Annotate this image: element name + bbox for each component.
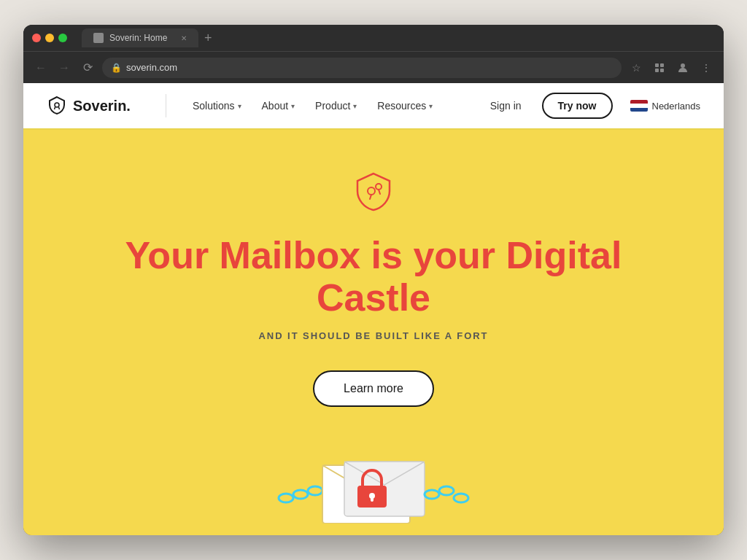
hero-section: Your Mailbox is your Digital Castle AND … — [23, 130, 724, 535]
nav-item-product[interactable]: Product ▾ — [306, 94, 365, 117]
hero-illustration — [38, 436, 709, 524]
new-tab-button[interactable]: + — [204, 31, 212, 46]
browser-tab[interactable]: Soverin: Home ✕ — [82, 28, 198, 47]
tab-close-icon[interactable]: ✕ — [181, 34, 187, 42]
svg-point-6 — [368, 187, 375, 195]
resources-chevron-icon: ▾ — [429, 102, 433, 110]
svg-point-4 — [681, 63, 685, 68]
svg-point-8 — [293, 490, 308, 499]
tab-favicon — [93, 33, 104, 43]
lock-icon: 🔒 — [111, 63, 122, 73]
svg-rect-3 — [660, 69, 664, 72]
close-button[interactable] — [32, 34, 41, 42]
menu-icon[interactable]: ⋮ — [697, 59, 715, 77]
about-chevron-icon: ▾ — [291, 102, 295, 110]
nav-actions: Sign in Try now Nederlands — [481, 93, 700, 119]
website-content: Soverin. Solutions ▾ About ▾ Product ▾ R… — [23, 83, 724, 535]
address-bar: ← → ⟳ 🔒 soverin.com ☆ ⋮ — [23, 51, 724, 83]
nav-resources-label: Resources — [377, 100, 426, 112]
svg-point-16 — [425, 490, 439, 499]
forward-button[interactable]: → — [55, 59, 73, 77]
svg-point-9 — [308, 486, 322, 495]
address-input[interactable]: 🔒 soverin.com — [102, 58, 622, 78]
minimize-button[interactable] — [45, 34, 54, 42]
product-chevron-icon: ▾ — [353, 102, 357, 110]
svg-rect-2 — [655, 69, 659, 72]
sign-in-button[interactable]: Sign in — [481, 94, 530, 117]
svg-rect-0 — [655, 63, 659, 67]
svg-point-5 — [55, 103, 59, 107]
browser-window: Soverin: Home ✕ + ← → ⟳ 🔒 soverin.com ☆ … — [23, 25, 724, 535]
hero-title: Your Mailbox is your Digital Castle — [118, 235, 629, 318]
traffic-lights — [32, 34, 67, 42]
site-logo[interactable]: Soverin. — [47, 96, 131, 116]
tab-bar: Soverin: Home ✕ + — [82, 28, 715, 47]
site-nav: Soverin. Solutions ▾ About ▾ Product ▾ R… — [23, 83, 724, 130]
language-selector[interactable]: Nederlands — [630, 100, 701, 112]
reload-button[interactable]: ⟳ — [79, 59, 96, 77]
logo-text: Soverin. — [73, 98, 131, 114]
learn-more-button[interactable]: Learn more — [313, 370, 434, 407]
svg-point-10 — [279, 494, 293, 502]
hero-shield-icon — [352, 171, 395, 217]
tab-title: Soverin: Home — [109, 33, 167, 43]
svg-rect-15 — [371, 497, 374, 502]
nav-item-about[interactable]: About ▾ — [253, 94, 304, 117]
title-bar: Soverin: Home ✕ + — [23, 25, 724, 51]
nav-product-label: Product — [315, 100, 350, 112]
profile-icon[interactable] — [674, 59, 692, 77]
url-text: soverin.com — [126, 62, 177, 73]
nl-flag-icon — [630, 100, 648, 112]
hero-subtitle: AND IT SHOULD BE BUILT LIKE A FORT — [259, 330, 489, 341]
nav-item-solutions[interactable]: Solutions ▾ — [184, 94, 250, 117]
back-button[interactable]: ← — [32, 59, 50, 77]
browser-actions: ☆ ⋮ — [627, 59, 715, 77]
svg-point-18 — [454, 494, 468, 502]
nav-item-resources[interactable]: Resources ▾ — [368, 94, 441, 117]
extension-icon[interactable] — [651, 59, 668, 77]
bookmark-icon[interactable]: ☆ — [627, 59, 645, 77]
maximize-button[interactable] — [58, 34, 67, 42]
language-label: Nederlands — [652, 101, 701, 112]
nav-solutions-label: Solutions — [193, 100, 235, 112]
try-now-button[interactable]: Try now — [542, 93, 613, 119]
nav-about-label: About — [262, 100, 289, 112]
nav-links: Solutions ▾ About ▾ Product ▾ Resources … — [184, 94, 481, 117]
logo-icon — [47, 96, 67, 116]
svg-rect-1 — [660, 63, 664, 67]
svg-point-7 — [376, 184, 382, 190]
solutions-chevron-icon: ▾ — [238, 102, 241, 110]
nav-divider — [166, 94, 166, 117]
svg-point-17 — [439, 486, 454, 495]
